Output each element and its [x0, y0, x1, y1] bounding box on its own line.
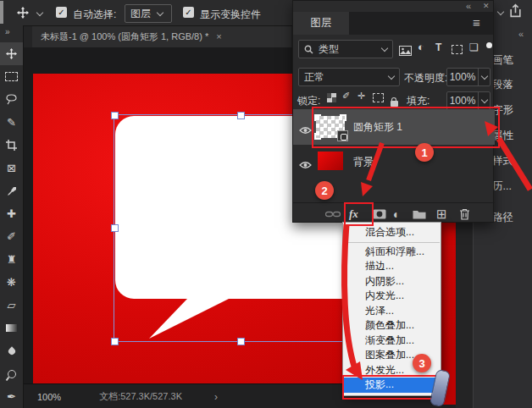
filter-type-text-icon[interactable]: T: [435, 41, 441, 53]
lock-all-icon[interactable]: [391, 101, 398, 107]
visibility-eye-icon[interactable]: [299, 157, 312, 173]
quick-selection-tool[interactable]: ✎: [0, 111, 23, 134]
menu-item-satin[interactable]: 光泽...: [343, 304, 441, 319]
menu-item-inner-glow[interactable]: 内发光...: [343, 289, 441, 304]
opacity-field[interactable]: 100%: [446, 68, 490, 86]
link-layers-icon[interactable]: [325, 203, 341, 224]
zoom-level-field[interactable]: 100%: [37, 392, 61, 402]
history-brush-tool[interactable]: ❋: [0, 271, 23, 294]
layer-thumbnail[interactable]: [318, 152, 343, 170]
layer-row-background[interactable]: 背景: [293, 145, 495, 179]
panel-collapse-icon[interactable]: «: [466, 1, 471, 11]
lock-artboard-icon[interactable]: [373, 93, 384, 102]
lock-transparency-icon[interactable]: [327, 93, 336, 102]
transform-handle-top-mid[interactable]: [237, 112, 245, 119]
auto-select-mode-dropdown[interactable]: 图层: [125, 4, 172, 23]
filter-shape-icon[interactable]: [452, 45, 463, 54]
visibility-eye-icon[interactable]: [299, 123, 312, 138]
transform-handle-top-left[interactable]: [111, 112, 119, 119]
menu-item-bevel-emboss[interactable]: 斜面和浮雕...: [343, 245, 441, 260]
dock-collapse-icon[interactable]: «: [518, 29, 524, 39]
chevron-down-icon: [478, 92, 490, 109]
move-tool-options-icon: [17, 7, 29, 22]
frame-tool[interactable]: ⊠: [0, 157, 23, 179]
spot-healing-tool[interactable]: ✚: [0, 202, 23, 225]
filter-type-value: 类型: [319, 42, 377, 57]
menu-item-inner-shadow[interactable]: 内阴影...: [343, 274, 441, 289]
blend-mode-value: 正常: [304, 70, 384, 85]
menu-item-stroke[interactable]: 描边...: [343, 259, 441, 274]
marquee-icon: [5, 72, 18, 81]
menu-item-gradient-overlay[interactable]: 渐变叠加...: [343, 334, 441, 349]
transform-handle-bottom-left[interactable]: [111, 338, 119, 345]
opacity-value: 100%: [447, 71, 478, 83]
opacity-label: 不透明度:: [404, 71, 447, 85]
document-size-info: 文档:527.3K/527.3K: [99, 390, 182, 403]
step-badge-1: 1: [415, 143, 434, 162]
auto-select-checkbox[interactable]: ✓: [56, 7, 67, 18]
document-tab[interactable]: 未标题-1 @ 100% (圆角矩形 1, RGB/8) * ×: [32, 25, 291, 47]
menu-item-blending-options[interactable]: 混合选项...: [343, 225, 441, 240]
show-transform-label: 显示变换控件: [200, 8, 261, 22]
pen-icon: ✒: [7, 390, 16, 403]
lock-pixels-icon[interactable]: ✐: [342, 91, 350, 102]
pen-tool[interactable]: ✒: [0, 385, 23, 408]
history-brush-icon: ❋: [7, 276, 16, 289]
panel-edge-sliver: [0, 1, 3, 24]
layer-thumbnail[interactable]: [316, 116, 345, 138]
status-chevron-icon[interactable]: ›: [214, 391, 218, 403]
crop-tool[interactable]: [0, 134, 23, 157]
fill-label: 填充:: [407, 94, 429, 108]
fill-value: 100%: [447, 95, 478, 107]
healing-icon: ✚: [7, 207, 16, 220]
layers-panel-tab[interactable]: 图层: [293, 12, 349, 35]
panel-group-header: « ✕: [293, 1, 493, 12]
chevron-down-icon: [388, 73, 395, 80]
gradient-tool[interactable]: [0, 317, 23, 339]
check-icon: ✓: [58, 8, 64, 17]
filter-adjustment-icon[interactable]: ◐: [418, 41, 424, 53]
transform-handle-mid-left[interactable]: [111, 224, 119, 232]
lasso-tool[interactable]: [0, 88, 23, 111]
layer-name[interactable]: 背景: [353, 155, 374, 169]
panel-menu-icon[interactable]: ≡: [473, 15, 480, 30]
photoshop-window: 未标题-1 @ 100% (圆角矩形 1, RGB/8) * × 100% 文档…: [0, 0, 532, 408]
layer-row-rounded-rectangle[interactable]: 圆角矩形 1: [293, 109, 495, 145]
eraser-tool[interactable]: ▱: [0, 294, 23, 317]
dock-chevron-icon[interactable]: [497, 8, 504, 15]
rectangular-marquee-tool[interactable]: [0, 65, 23, 88]
delete-layer-trash-icon[interactable]: [459, 203, 470, 224]
layer-filter-dropdown[interactable]: 类型: [298, 40, 393, 58]
dodge-icon: [8, 370, 16, 378]
toolbar-expand-icon[interactable]: »: [5, 27, 10, 36]
menu-item-color-overlay[interactable]: 颜色叠加...: [343, 318, 441, 334]
frame-icon: ⊠: [7, 162, 16, 174]
fill-field[interactable]: 100%: [446, 91, 490, 110]
filter-image-icon[interactable]: [399, 44, 412, 59]
document-tab-close-icon[interactable]: ×: [216, 31, 221, 41]
search-icon: [304, 45, 313, 54]
panel-close-icon[interactable]: ✕: [483, 2, 490, 10]
eraser-icon: ▱: [8, 299, 16, 312]
filter-smart-object-icon[interactable]: ❏: [469, 41, 479, 53]
layer-name[interactable]: 圆角矩形 1: [353, 120, 402, 135]
menu-item-drop-shadow[interactable]: 投影...: [343, 378, 441, 393]
blur-tool[interactable]: [0, 339, 23, 362]
lock-position-icon[interactable]: ✛: [357, 91, 365, 102]
show-transform-checkbox[interactable]: ✓: [183, 7, 194, 18]
transform-handle-bottom-mid[interactable]: [237, 338, 245, 345]
gradient-icon: [6, 324, 17, 332]
brush-tool[interactable]: ✐: [0, 225, 23, 248]
dock-tab-label: 路径: [492, 211, 513, 225]
dodge-tool[interactable]: [0, 362, 23, 385]
auto-select-label: 自动选择:: [73, 8, 116, 22]
share-icon[interactable]: [508, 3, 523, 22]
eyedropper-tool[interactable]: [0, 179, 23, 202]
clone-stamp-icon: ♜: [7, 253, 17, 266]
move-tool[interactable]: [0, 42, 23, 65]
tool-preset-chevron-icon[interactable]: [36, 9, 43, 16]
crop-icon: [6, 140, 17, 151]
menu-separator: [344, 242, 440, 243]
blend-mode-dropdown[interactable]: 正常: [298, 68, 400, 86]
clone-stamp-tool[interactable]: ♜: [0, 248, 23, 271]
